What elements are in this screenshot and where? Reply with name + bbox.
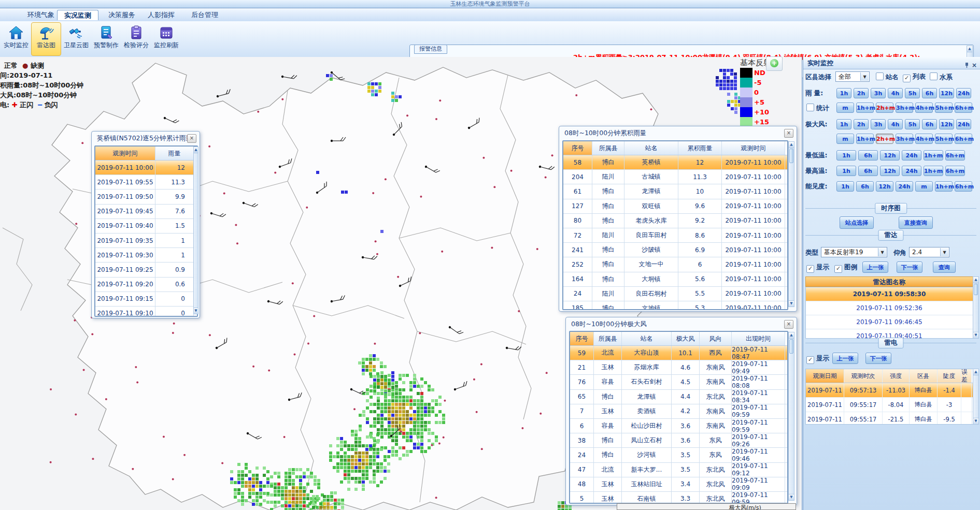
table-row[interactable]: 24陆川良田石垌村5.52019-07-11 10:00 <box>563 287 787 301</box>
table-row[interactable]: 76容县石头石剑村4.5东南风2019-07-11 08:08 <box>570 375 787 389</box>
table-row[interactable]: 2019-07-11 09:5511.3 <box>95 175 197 190</box>
range-button-6h[interactable]: 6h <box>858 166 878 176</box>
range-button-6h+m[interactable]: 6h+m <box>955 134 972 144</box>
range-button-4h[interactable]: 4h <box>888 119 903 129</box>
column-header[interactable]: 强度 <box>883 369 910 383</box>
menu-tab-environment[interactable]: 环境气象 <box>21 10 61 20</box>
table-row[interactable]: 48玉林玉林站旧址3.4东北风2019-07-11 09:09 <box>570 477 787 492</box>
column-header[interactable]: 观测时次 <box>844 369 883 383</box>
table-row[interactable]: 2019-07-11 10:0012 <box>95 161 197 175</box>
range-button-m[interactable]: m <box>836 103 854 113</box>
table-row[interactable]: 127博白双旺镇9.62019-07-11 10:00 <box>563 199 787 214</box>
range-button-12h[interactable]: 12h <box>880 150 900 161</box>
range-button-2h+m[interactable]: 2h+m <box>876 134 893 144</box>
radar-type-select[interactable]: 基本反射率19▼ <box>821 247 887 257</box>
table-row[interactable]: 2019-07-11 09:250.9 <box>95 263 197 277</box>
menu-tab-realtime[interactable]: 实况监测 <box>57 10 98 20</box>
lightning-prev-button[interactable]: 上一张 <box>832 353 858 364</box>
range-button-24h[interactable]: 24h <box>896 181 913 192</box>
range-button-3h+m[interactable]: 3h+m <box>896 103 913 113</box>
range-button-1h+m[interactable]: 1h+m <box>856 103 874 113</box>
range-button-24h[interactable]: 24h <box>956 88 971 98</box>
table-row[interactable]: 2019-07-11 09:351 <box>95 234 197 248</box>
list-item[interactable]: 2019-07-11 09:58:30 <box>806 287 973 301</box>
popup-scrollbar[interactable]: ▲▼ <box>788 141 794 307</box>
radar-show-checkbox[interactable]: ✓显示 <box>806 263 829 273</box>
station-name-checkbox[interactable]: 站名 <box>876 72 899 82</box>
range-button-3h+m[interactable]: 3h+m <box>896 134 913 144</box>
realtime-monitor-button[interactable]: 实时监控 <box>1 22 31 56</box>
range-button-6h+m[interactable]: 6h+m <box>945 166 965 176</box>
table-row[interactable]: 2019-07-1109:55:17-21.5博白县-9.5 <box>806 412 973 425</box>
table-row[interactable]: 2019-07-11 09:150 <box>95 292 197 307</box>
range-button-6h[interactable]: 6h <box>922 119 937 129</box>
range-button-3h[interactable]: 3h <box>871 88 886 98</box>
range-button-1h+m[interactable]: 1h+m <box>856 134 874 144</box>
column-header[interactable]: 风向 <box>700 332 732 345</box>
pin-icon[interactable] <box>964 62 970 68</box>
table-row[interactable]: 7玉林卖酒镇4.2东南风2019-07-11 09:59 <box>570 404 787 419</box>
table-row[interactable]: 72陆川良田车田村8.62019-07-11 10:00 <box>563 228 787 243</box>
column-header[interactable]: 陡度 <box>938 369 961 383</box>
lightning-table-scrollbar[interactable]: ▲▼ <box>973 369 979 425</box>
column-header[interactable]: 站名 <box>624 141 678 155</box>
range-button-1h+m[interactable]: 1h+m <box>924 150 943 161</box>
column-header[interactable]: 所属县 <box>594 332 622 345</box>
range-button-24h[interactable]: 24h <box>956 119 971 129</box>
column-header[interactable]: 观测时间 <box>722 141 785 155</box>
lightning-next-button[interactable]: 下一张 <box>865 353 891 364</box>
table-row[interactable]: 185博白文地镇5.32019-07-11 10:00 <box>563 301 787 310</box>
popup-scrollbar[interactable]: ▲▼ <box>788 332 794 501</box>
table-row[interactable]: 24博白沙河镇3.5东风2019-07-11 09:46 <box>570 448 787 462</box>
table-row[interactable]: 2019-07-11 09:100 <box>95 307 197 317</box>
range-button-3h[interactable]: 3h <box>871 119 886 129</box>
menu-tab-weather-mod[interactable]: 人影指挥 <box>141 10 181 20</box>
range-button-1h[interactable]: 1h <box>836 181 854 192</box>
range-button-12h[interactable]: 12h <box>939 119 954 129</box>
table-row[interactable]: 2019-07-11 09:401.5 <box>95 219 197 234</box>
table-row[interactable]: 58博白英桥镇122019-07-11 10:00 <box>563 155 787 170</box>
table-row[interactable]: 2019-07-11 09:509.9 <box>95 190 197 204</box>
menu-tab-decision[interactable]: 决策服务 <box>102 10 142 20</box>
column-header[interactable]: 出现时间 <box>732 332 785 345</box>
column-header[interactable]: 序号 <box>570 332 594 345</box>
table-row[interactable]: 2019-07-1109:55:17-8.04博白县-3 <box>806 398 973 412</box>
zoom-plus-button[interactable]: + <box>766 56 783 71</box>
table-row[interactable]: 2019-07-1109:57:13-11.03博白县-1.4 <box>806 383 973 398</box>
radar-query-button[interactable]: 查询 <box>933 261 956 273</box>
range-button-1h+m[interactable]: 1h+m <box>935 181 953 192</box>
range-button-m[interactable]: m <box>915 181 933 192</box>
range-button-6h[interactable]: 6h <box>856 181 874 192</box>
menu-tab-admin[interactable]: 后台管理 <box>184 10 225 20</box>
alert-tab[interactable]: 报警信息 <box>414 45 447 54</box>
water-system-checkbox[interactable]: 水系 <box>930 72 953 82</box>
table-row[interactable]: 204陆川古城镇11.32019-07-11 10:00 <box>563 170 787 184</box>
range-button-4h+m[interactable]: 4h+m <box>915 134 933 144</box>
table-row[interactable]: 65博白龙潭镇4.4东北风2019-07-11 08:34 <box>570 390 787 404</box>
range-button-4h[interactable]: 4h <box>888 88 903 98</box>
range-button-2h+m[interactable]: 2h+m <box>876 103 893 113</box>
collapse-icon[interactable]: × <box>972 62 977 69</box>
county-select[interactable]: 全部▼ <box>835 71 870 82</box>
table-row[interactable]: 47北流新丰大罗...3.5东北风2019-07-11 09:12 <box>570 463 787 477</box>
warning-create-button[interactable]: 预警制作 <box>91 22 121 56</box>
range-button-5h[interactable]: 5h <box>905 88 920 98</box>
range-button-6h+m[interactable]: 6h+m <box>945 150 965 161</box>
column-header[interactable]: 区县 <box>910 369 938 383</box>
table-row[interactable]: 59北流大容山顶10.1西风2019-07-11 08:47 <box>570 346 787 360</box>
radar-prev-button[interactable]: 上一张 <box>862 261 888 273</box>
range-button-12h[interactable]: 12h <box>880 166 900 176</box>
direct-query-button[interactable]: 直接查询 <box>899 216 933 229</box>
list-item[interactable]: 2019-07-11 09:46:45 <box>806 315 973 329</box>
range-button-5h[interactable]: 5h <box>905 119 920 129</box>
list-item[interactable]: 2019-07-11 09:52:36 <box>806 301 973 315</box>
list-checkbox[interactable]: ✓列表 <box>903 72 926 82</box>
range-button-4h+m[interactable]: 4h+m <box>915 103 933 113</box>
range-button-1h[interactable]: 1h <box>836 166 856 176</box>
column-header[interactable]: 极大风 <box>672 332 700 345</box>
table-row[interactable]: 2019-07-11 09:200.6 <box>95 278 197 292</box>
close-icon[interactable]: × <box>187 134 196 143</box>
elevation-select[interactable]: 2.4▼ <box>909 247 949 257</box>
range-button-2h[interactable]: 2h <box>854 88 869 98</box>
range-button-5h+m[interactable]: 5h+m <box>935 103 953 113</box>
